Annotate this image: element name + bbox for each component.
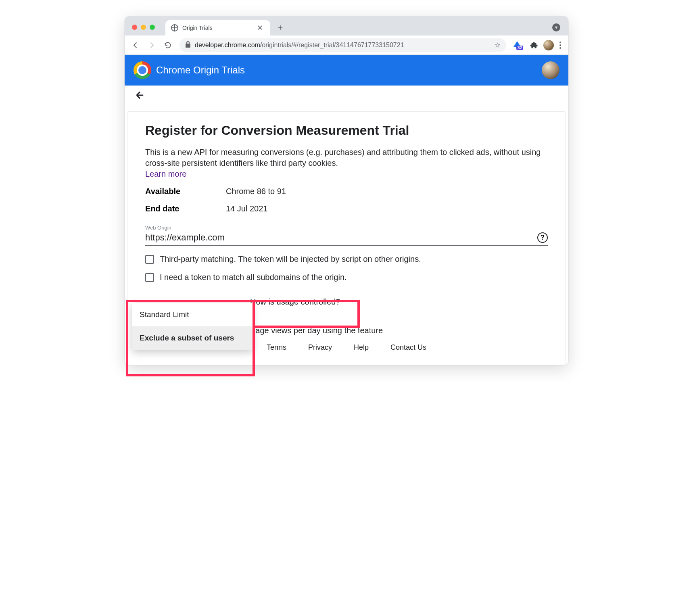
address-bar[interactable]: developer.chrome.com/origintrials/#/regi… bbox=[180, 38, 506, 52]
third-party-label: Third-party matching. The token will be … bbox=[160, 255, 421, 264]
back-row bbox=[125, 86, 568, 108]
dropdown-option-exclude[interactable]: Exclude a subset of users bbox=[132, 326, 253, 350]
window-controls bbox=[129, 25, 158, 35]
web-origin-label: Web Origin bbox=[145, 225, 548, 231]
dropdown-option-standard[interactable]: Standard Limit bbox=[132, 303, 253, 326]
registration-card: Register for Conversion Measurement Tria… bbox=[127, 111, 566, 365]
available-value: Chrome 86 to 91 bbox=[226, 187, 286, 196]
subdomains-label: I need a token to match all subdomains o… bbox=[160, 273, 347, 282]
page-description: This is a new API for measuring conversi… bbox=[145, 147, 548, 169]
chrome-logo-icon bbox=[134, 61, 151, 79]
browser-window: Origin Trials ✕ + ▼ developer.chrome.com… bbox=[125, 16, 568, 365]
browser-toolbar: developer.chrome.com/origintrials/#/regi… bbox=[125, 35, 568, 55]
tab-title: Origin Trials bbox=[182, 25, 251, 31]
learn-more-link[interactable]: Learn more bbox=[145, 169, 186, 179]
extension-icon[interactable]: 32 bbox=[511, 38, 525, 52]
app-title: Chrome Origin Trials bbox=[156, 65, 245, 76]
footer-help-link[interactable]: Help bbox=[354, 343, 369, 352]
expected-usage-label: Page views per day using the feature bbox=[250, 326, 383, 335]
page-heading: Register for Conversion Measurement Tria… bbox=[145, 123, 548, 138]
close-window-button[interactable] bbox=[132, 25, 137, 30]
help-icon[interactable]: ? bbox=[537, 232, 548, 243]
app-header: Chrome Origin Trials bbox=[125, 55, 568, 86]
extensions-puzzle-icon[interactable] bbox=[527, 38, 541, 52]
lock-icon bbox=[185, 41, 191, 49]
minimize-window-button[interactable] bbox=[141, 25, 146, 30]
usage-restriction-dropdown: Standard Limit Exclude a subset of users bbox=[132, 303, 253, 350]
new-tab-button[interactable]: + bbox=[274, 22, 286, 34]
bookmark-star-icon[interactable]: ☆ bbox=[494, 41, 501, 50]
profile-avatar-small[interactable] bbox=[543, 40, 554, 50]
web-origin-input[interactable] bbox=[145, 232, 533, 244]
globe-icon bbox=[171, 24, 178, 31]
close-tab-icon[interactable]: ✕ bbox=[255, 23, 265, 32]
profile-avatar-large[interactable] bbox=[542, 61, 559, 79]
footer-privacy-link[interactable]: Privacy bbox=[308, 343, 332, 352]
tab-bar: Origin Trials ✕ + ▼ bbox=[125, 16, 568, 35]
browser-tab[interactable]: Origin Trials ✕ bbox=[165, 20, 270, 35]
nav-back-button[interactable] bbox=[129, 38, 142, 52]
footer-terms-link[interactable]: Terms bbox=[267, 343, 286, 352]
end-date-label: End date bbox=[145, 204, 226, 213]
page-back-button[interactable] bbox=[130, 87, 150, 106]
nav-forward-button[interactable] bbox=[145, 38, 159, 52]
url-text: developer.chrome.com/origintrials/#/regi… bbox=[195, 42, 490, 49]
available-label: Available bbox=[145, 187, 226, 196]
footer-contact-link[interactable]: Contact Us bbox=[390, 343, 426, 352]
third-party-checkbox[interactable] bbox=[145, 255, 154, 264]
maximize-window-button[interactable] bbox=[150, 25, 155, 30]
browser-menu-button[interactable] bbox=[556, 42, 564, 49]
usage-controlled-link[interactable]: How is usage controlled? bbox=[250, 297, 340, 307]
end-date-value: 14 Jul 2021 bbox=[226, 204, 267, 213]
reload-button[interactable] bbox=[161, 38, 175, 52]
subdomains-checkbox[interactable] bbox=[145, 273, 154, 282]
extension-badge: 32 bbox=[516, 46, 523, 50]
tabs-dropdown-icon[interactable]: ▼ bbox=[552, 23, 560, 31]
